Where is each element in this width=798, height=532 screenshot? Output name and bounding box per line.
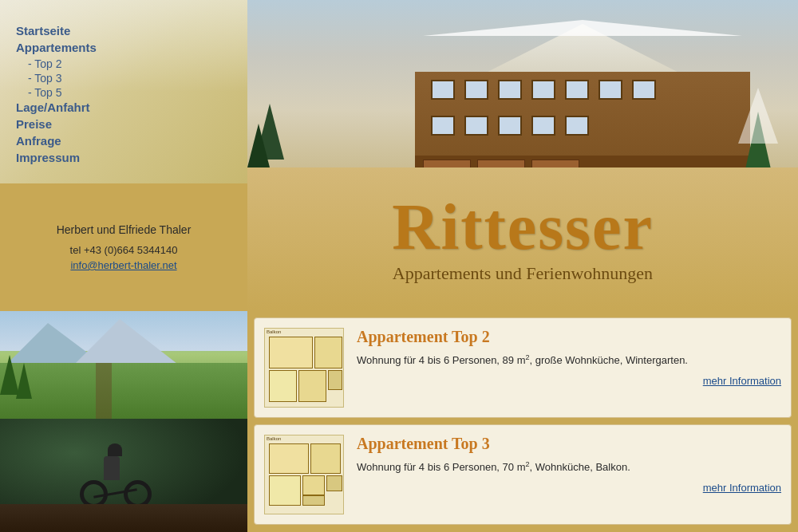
tree-2 — [247, 124, 270, 167]
window — [632, 80, 656, 100]
fp-label: Balkon — [267, 329, 281, 334]
nav-appartements[interactable]: Appartements — [16, 41, 231, 54]
photo-landscape — [0, 311, 247, 419]
fp-room1 — [269, 337, 313, 368]
snow-on-roof — [405, 20, 760, 36]
fp-room5 — [328, 370, 342, 390]
brand-title: Rittesser — [392, 195, 654, 260]
apartments-list: Balkon Appartement Top 2 Wohnung für 4 b… — [247, 311, 798, 532]
tree — [16, 363, 32, 399]
window — [531, 80, 555, 100]
apt-info-top2: Appartement Top 2 Wohnung für 4 bis 6 Pe… — [357, 328, 781, 387]
fp-room3 — [269, 370, 297, 402]
house-body — [415, 72, 750, 183]
mehr-info-top2[interactable]: mehr Information — [357, 375, 781, 387]
floor-plan-top2: Balkon — [264, 328, 344, 408]
nav-startseite[interactable]: Startseite — [16, 24, 231, 37]
photo-column — [0, 311, 247, 532]
contact-tel: tel +43 (0)664 5344140 — [70, 244, 178, 256]
floor-plan-top3: Balkon — [264, 435, 344, 514]
fp-label2: Balkon — [267, 436, 281, 441]
nav-top3[interactable]: - Top 3 — [16, 72, 231, 85]
road — [96, 363, 112, 419]
apt-info-top3: Appartement Top 3 Wohnung für 4 bis 6 Pe… — [357, 435, 781, 494]
window — [565, 80, 589, 100]
window — [498, 80, 522, 100]
window — [565, 116, 589, 136]
header: Startseite Appartements - Top 2 - Top 3 … — [0, 0, 798, 311]
fp-room4 — [298, 370, 326, 402]
nav-lage[interactable]: Lage/Anfahrt — [16, 100, 231, 114]
green-field — [0, 363, 247, 419]
navigation: Startseite Appartements - Top 2 - Top 3 … — [0, 24, 247, 167]
nav-anfrage[interactable]: Anfrage — [16, 134, 231, 148]
window — [498, 116, 522, 136]
window — [598, 80, 622, 100]
helmet — [108, 443, 122, 456]
windows-row2 — [431, 116, 589, 136]
apt-desc-top2: Wohnung für 4 bis 6 Personen, 89 m2, gro… — [357, 353, 781, 368]
window — [464, 80, 488, 100]
apt-desc-top3: Wohnung für 4 bis 6 Personen, 70 m2, Woh… — [357, 459, 781, 475]
brand-area: Rittesser Appartements und Ferienwohnung… — [247, 167, 798, 311]
window — [531, 116, 555, 136]
nav-top5[interactable]: - Top 5 — [16, 86, 231, 99]
apartment-card-top2: Balkon Appartement Top 2 Wohnung für 4 b… — [254, 317, 792, 418]
sidebar: Startseite Appartements - Top 2 - Top 3 … — [0, 0, 247, 183]
apt-title-top2: Appartement Top 2 — [357, 328, 781, 346]
apt-title-top3: Appartement Top 3 — [357, 435, 781, 453]
windows-row1 — [431, 80, 656, 100]
fp-room3b — [269, 475, 301, 506]
house-image — [383, 8, 782, 183]
floor-plan-rooms: Balkon — [265, 435, 343, 514]
fp-room4b — [302, 475, 325, 495]
snow-on-tree — [738, 88, 778, 144]
fp-room2 — [314, 337, 342, 368]
fp-room6b — [326, 475, 342, 491]
rider-body — [104, 456, 120, 480]
photo-biker — [0, 419, 247, 532]
trail — [0, 504, 247, 532]
nav-impressum[interactable]: Impressum — [16, 151, 231, 164]
nav-preise[interactable]: Preise — [16, 117, 231, 131]
contact-email-link[interactable]: info@herbert-thaler.net — [70, 259, 176, 271]
fp-room2b — [310, 443, 341, 474]
lower-section: Balkon Appartement Top 2 Wohnung für 4 b… — [0, 311, 798, 532]
fp-room5b — [302, 495, 325, 506]
window — [431, 80, 455, 100]
fp-room1b — [269, 443, 309, 474]
brand-subtitle: Appartements und Ferienwohnungen — [393, 263, 653, 284]
nav-top2[interactable]: - Top 2 — [16, 57, 231, 70]
window — [431, 116, 455, 136]
floor-plan-rooms: Balkon — [265, 329, 343, 407]
contact-area: Herbert und Elfriede Thaler tel +43 (0)6… — [0, 183, 247, 311]
window — [464, 116, 488, 136]
apartment-card-top3: Balkon Appartement Top 3 Wohnung für 4 b… — [254, 424, 792, 525]
mehr-info-top3[interactable]: mehr Information — [357, 482, 781, 494]
contact-name: Herbert und Elfriede Thaler — [57, 223, 192, 236]
